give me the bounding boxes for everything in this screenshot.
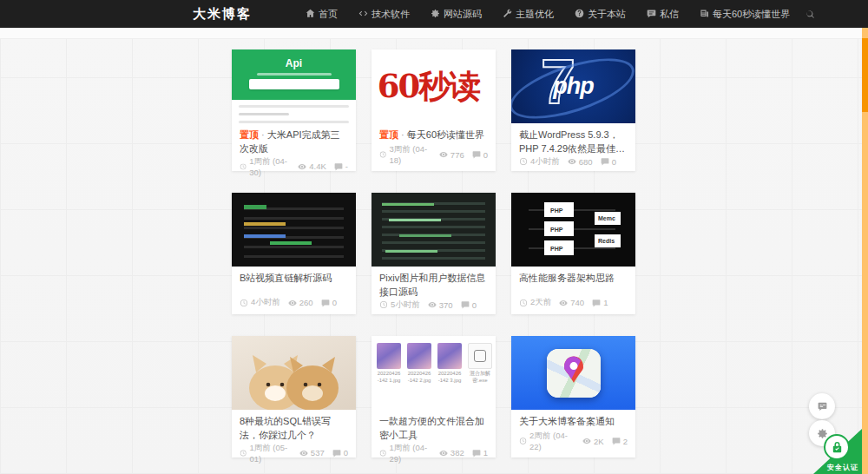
eye-icon <box>559 299 568 307</box>
nav-item-2[interactable]: 网站源码 <box>431 8 482 21</box>
post-title[interactable]: 高性能服务器架构思路 <box>519 272 628 286</box>
post-title[interactable]: B站视频直链解析源码 <box>240 272 348 286</box>
post-body: 截止WordPress 5.9.3，PHP 7.4.29依然是最佳版本 4小时前… <box>511 123 635 174</box>
post-body: 关于大米博客备案通知 2周前 (04-22) 2K 2 <box>511 410 635 458</box>
post-card[interactable]: 8种最坑的SQL错误写法，你踩过几个？ 1周前 (05-01) 537 0 <box>232 336 356 458</box>
cats-photo <box>232 336 356 410</box>
post-card[interactable]: 60秒读 置顶 · 每天60秒读懂世界 3周前 (04-18) 776 0 <box>372 49 496 171</box>
post-title-text: 8种最坑的SQL错误写法，你踩过几个？ <box>240 416 331 440</box>
post-title[interactable]: 8种最坑的SQL错误写法，你踩过几个？ <box>240 415 348 443</box>
php-logo: php <box>553 73 593 100</box>
post-title[interactable]: 置顶 · 每天60秒读懂世界 <box>379 128 488 142</box>
post-meta: 3周前 (04-18) 776 0 <box>379 144 488 165</box>
comment-icon <box>321 299 330 307</box>
clock-icon <box>379 150 386 159</box>
post-meta: 1周前 (04-29) 382 1 <box>379 443 488 464</box>
meta-views: 740 <box>559 298 584 307</box>
post-card[interactable]: 关于大米博客备案通知 2周前 (04-22) 2K 2 <box>511 336 635 458</box>
post-title[interactable]: 截止WordPress 5.9.3，PHP 7.4.29依然是最佳版本 <box>519 128 628 156</box>
nav-item-4[interactable]: 关于本站 <box>575 8 626 21</box>
nav-item-1[interactable]: 技术软件 <box>358 8 410 21</box>
meta-comments: 0 <box>321 298 337 307</box>
post-thumbnail[interactable] <box>232 193 356 267</box>
post-thumbnail[interactable] <box>372 193 496 267</box>
nav-item-5[interactable]: 私信 <box>647 8 679 21</box>
meta-time: 4小时前 <box>519 156 560 168</box>
post-card[interactable]: Api 置顶 · 大米API完成第三次改版 1周前 (04-30) 4.4K - <box>232 49 356 171</box>
security-cert-badge[interactable]: 安全认证 <box>813 429 862 474</box>
comment-icon <box>472 150 481 159</box>
post-meta: 2天前 740 1 <box>519 297 628 308</box>
chat-icon <box>647 9 656 20</box>
clock-icon <box>519 437 527 445</box>
site-logo[interactable]: 大米博客 <box>193 6 252 23</box>
pinned-badge: 置顶 <box>240 129 259 140</box>
post-meta: 5小时前 370 0 <box>379 300 488 311</box>
nav-item-6[interactable]: 每天60秒读懂世界 <box>700 8 790 21</box>
nav-item-0[interactable]: 首页 <box>306 8 338 21</box>
post-thumbnail[interactable]: Api <box>232 49 356 123</box>
post-thumbnail[interactable]: 60秒读 <box>372 49 496 123</box>
meta-comments: 2 <box>612 437 628 446</box>
api-search-bar <box>249 79 339 89</box>
lock-icon <box>824 434 850 460</box>
post-card[interactable]: 20220426-142 1.jpg20220426-142 2.jpg2022… <box>372 336 496 458</box>
post-thumbnail[interactable] <box>232 336 356 410</box>
page-scrollbar[interactable] <box>862 28 868 474</box>
service-button[interactable] <box>809 393 835 419</box>
meta-views: 4.4K <box>298 161 326 171</box>
post-title-text: 关于大米博客备案通知 <box>519 416 615 426</box>
gear-icon <box>431 9 440 20</box>
meta-views: 776 <box>439 150 464 160</box>
post-card[interactable]: B站视频直链解析源码 4小时前 260 0 <box>232 193 356 314</box>
pinned-badge: 置顶 <box>379 129 398 140</box>
scrollbar-thumb[interactable] <box>862 38 868 112</box>
cert-label: 安全认证 <box>827 463 858 472</box>
code-icon <box>358 9 368 20</box>
post-thumbnail[interactable]: PHPPHPPHPMemcRedis <box>511 193 635 267</box>
post-thumbnail[interactable] <box>511 336 635 410</box>
post-title[interactable]: 一款超方便的文件混合加密小工具 <box>379 415 488 443</box>
eye-icon <box>439 449 448 458</box>
map-pin-icon <box>562 355 585 385</box>
meta-comments: 0 <box>601 157 616 167</box>
clock-icon <box>379 300 388 309</box>
nav-label: 首页 <box>319 8 338 21</box>
post-title-text: 每天60秒读懂世界 <box>407 129 484 140</box>
file-item: 混合加解密.exe <box>468 343 492 410</box>
post-thumbnail[interactable]: 7php <box>511 49 635 123</box>
nav-label: 关于本站 <box>588 8 626 21</box>
post-title-text: 截止WordPress 5.9.3，PHP 7.4.29依然是最佳版本 <box>519 129 625 156</box>
comment-icon <box>472 449 481 458</box>
post-title-text: B站视频直链解析源码 <box>240 273 332 283</box>
post-card[interactable]: Pixiv图片和用户数据信息接口源码 5小时前 370 0 <box>372 193 496 314</box>
news-icon <box>700 9 709 20</box>
nav-label: 技术软件 <box>372 8 410 21</box>
comment-icon <box>592 299 601 307</box>
api-page-header: Api <box>232 49 356 100</box>
nav-item-3[interactable]: 主题优化 <box>503 8 554 21</box>
post-card[interactable]: 7php 截止WordPress 5.9.3，PHP 7.4.29依然是最佳版本… <box>511 49 635 171</box>
post-body: Pixiv图片和用户数据信息接口源码 5小时前 370 0 <box>372 267 496 317</box>
post-meta: 1周前 (04-30) 4.4K - <box>240 156 348 177</box>
meta-time: 1周前 (04-30) <box>240 156 290 177</box>
clock-icon <box>519 299 528 307</box>
meta-time: 3周前 (04-18) <box>379 144 431 165</box>
post-card[interactable]: PHPPHPPHPMemcRedis 高性能服务器架构思路 2天前 740 1 <box>511 193 635 314</box>
post-title[interactable]: 置顶 · 大米API完成第三次改版 <box>240 128 348 156</box>
question-icon <box>575 9 584 20</box>
search-icon[interactable] <box>806 10 815 19</box>
nav-label: 主题优化 <box>516 8 554 21</box>
eye-icon <box>582 437 591 445</box>
subheader-strip <box>0 28 868 39</box>
clock-icon <box>240 299 248 307</box>
post-title[interactable]: 关于大米博客备案通知 <box>519 415 628 429</box>
post-thumbnail[interactable]: 20220426-142 1.jpg20220426-142 2.jpg2022… <box>372 336 496 410</box>
post-title[interactable]: Pixiv图片和用户数据信息接口源码 <box>379 272 488 300</box>
meta-comments: 0 <box>332 448 348 458</box>
eye-icon <box>428 300 437 309</box>
meta-views: 260 <box>288 298 313 307</box>
svg-text:PHP: PHP <box>550 227 563 233</box>
meta-comments: 0 <box>461 300 477 310</box>
post-body: 置顶 · 大米API完成第三次改版 1周前 (04-30) 4.4K - <box>232 123 356 183</box>
